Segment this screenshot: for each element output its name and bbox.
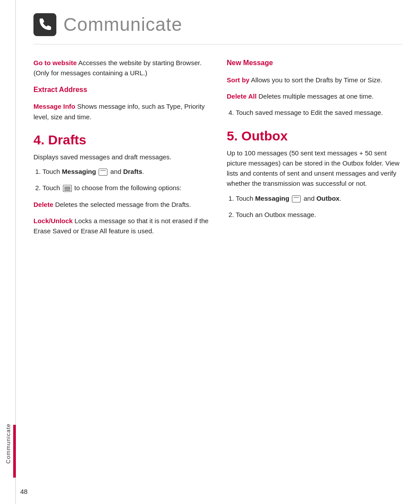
go-to-website-text: Go to website Accesses the website by st… (33, 58, 209, 78)
delete-all-label: Delete All (227, 92, 257, 100)
lock-unlock-entry: Lock/Unlock Locks a message so that it i… (33, 216, 209, 236)
outbox-step1-outbox: Outbox (317, 195, 340, 202)
outbox-step2: 2. Touch an Outbox message. (227, 210, 402, 220)
drafts-step1: 1. Touch Messaging and Drafts. (33, 166, 209, 177)
go-to-website-label: Go to website (33, 59, 77, 66)
message-info-text: Message Info Shows message info, such as… (33, 101, 209, 122)
side-tab: Communicate (0, 0, 16, 504)
messaging-icon (99, 169, 107, 176)
right-column: New Message Sort by Allows you to sort t… (227, 58, 402, 242)
step4-text: 4. Touch saved message to Edit the saved… (228, 107, 402, 118)
outbox-messaging-icon (292, 195, 301, 202)
delete-all-entry: Delete All Deletes multiple messages at … (227, 91, 402, 101)
new-message-label: New Message (227, 58, 402, 69)
left-column: Go to website Accesses the website by st… (33, 58, 209, 242)
drafts-heading: 4. Drafts (33, 132, 209, 147)
main-content: Communicate Go to website Accesses the w… (16, 0, 420, 504)
step4-entry: 4. Touch saved message to Edit the saved… (227, 107, 402, 118)
delete-entry: Delete Deletes the selected message from… (33, 199, 209, 210)
drafts-step2: 2. Touch to choose from the following op… (33, 183, 209, 193)
outbox-step2-text: 2. Touch an Outbox message. (228, 210, 402, 220)
sort-by-text: Allows you to sort the Drafts by Time or… (250, 76, 383, 84)
sort-by-label: Sort by (227, 76, 250, 84)
page-header: Communicate (33, 13, 402, 44)
outbox-step1: 1. Touch Messaging and Outbox. (227, 193, 402, 203)
new-message-entry: New Message (227, 58, 402, 69)
outbox-step1-prefix: 1. Touch (228, 195, 255, 202)
lock-unlock-label: Lock/Unlock (33, 217, 73, 224)
drafts-step2-prefix: 2. Touch (35, 184, 62, 191)
phone-icon (33, 13, 56, 36)
drafts-intro: Displays saved messages and draft messag… (33, 152, 209, 162)
drafts-step1-messaging: Messaging (62, 168, 96, 175)
delete-text: Deletes the selected message from the Dr… (53, 201, 191, 208)
columns-layout: Go to website Accesses the website by st… (33, 58, 402, 242)
drafts-step2-suffix: to choose from the following options: (73, 184, 182, 191)
extract-address-label: Extract Address (33, 85, 209, 96)
side-tab-bar (13, 425, 16, 478)
delete-all-text: Deletes multiple messages at one time. (257, 92, 374, 100)
page-title: Communicate (63, 14, 182, 35)
side-tab-label: Communicate (5, 423, 11, 464)
outbox-heading: 5. Outbox (227, 129, 402, 143)
message-info-label: Message Info (33, 103, 75, 110)
sort-by-entry: Sort by Allows you to sort the Drafts by… (227, 75, 402, 85)
drafts-step1-drafts: Drafts (123, 168, 142, 175)
outbox-intro: Up to 100 messages (50 sent text message… (227, 148, 402, 189)
drafts-step1-and: and (108, 168, 123, 175)
page-number: 48 (20, 488, 28, 495)
delete-label: Delete (33, 201, 53, 208)
menu-icon (63, 185, 72, 192)
outbox-step1-messaging: Messaging (255, 195, 290, 202)
message-info-entry: Message Info Shows message info, such as… (33, 101, 209, 122)
extract-address-entry: Extract Address (33, 85, 209, 96)
outbox-step1-and: and (302, 195, 316, 202)
go-to-website-entry: Go to website Accesses the website by st… (33, 58, 209, 78)
drafts-step1-prefix: 1. Touch (35, 168, 62, 175)
